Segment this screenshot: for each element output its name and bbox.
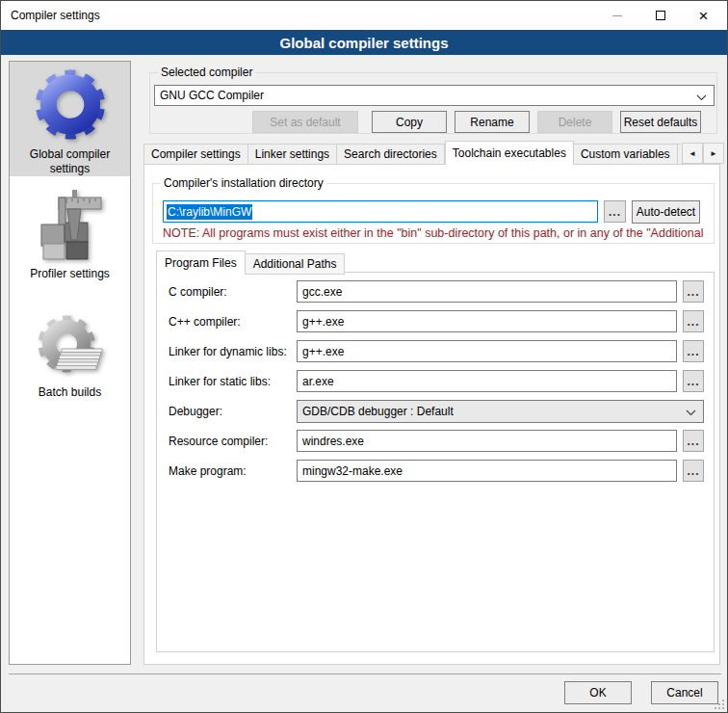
debugger-row: Debugger: GDB/CDB debugger : Default <box>157 400 714 423</box>
cpp-compiler-row: C++ compiler: ... <box>157 310 714 333</box>
title-bar[interactable]: Compiler settings × <box>1 1 727 30</box>
sidebar-item-global-compiler-settings[interactable]: Global compiler settings <box>10 62 130 176</box>
set-as-default-button[interactable]: Set as default <box>252 111 358 133</box>
ellipsis-icon: ... <box>687 435 699 448</box>
close-button[interactable]: × <box>682 1 725 30</box>
c-compiler-row: C compiler: ... <box>157 280 714 304</box>
caption-buttons: × <box>595 1 725 30</box>
static-linker-browse-button[interactable]: ... <box>683 370 704 392</box>
tab-scroll-right-button[interactable]: ► <box>703 143 724 164</box>
button-label: OK <box>589 686 606 700</box>
tab-custom-variables[interactable]: Custom variables <box>574 144 678 165</box>
button-label: Reset defaults <box>624 116 698 129</box>
debugger-select[interactable]: GDB/CDB debugger : Default <box>297 400 704 423</box>
make-program-browse-button[interactable]: ... <box>683 460 704 482</box>
resource-compiler-input[interactable] <box>297 430 677 452</box>
compiler-select-value: GNU GCC Compiler <box>160 89 264 102</box>
maximize-button[interactable] <box>638 1 682 30</box>
tab-label: Custom variables <box>581 147 670 161</box>
ellipsis-icon: ... <box>687 375 699 388</box>
tab-label: Search directories <box>344 147 437 161</box>
c-compiler-browse-button[interactable]: ... <box>683 280 704 303</box>
installation-directory-group: Compiler's installation directory C:\ray… <box>152 183 715 244</box>
dynamic-linker-row: Linker for dynamic libs: ... <box>157 340 714 363</box>
install-dir-input[interactable]: C:\raylib\MinGW <box>163 200 598 223</box>
cpp-compiler-browse-button[interactable]: ... <box>683 310 704 332</box>
tab-toolchain-executables[interactable]: Toolchain executables <box>445 141 574 165</box>
chevron-down-icon <box>686 409 696 416</box>
dynamic-linker-input[interactable] <box>297 340 677 362</box>
tab-label: Program Files <box>165 256 237 270</box>
resize-grip[interactable] <box>714 699 725 710</box>
dynamic-linker-browse-button[interactable]: ... <box>683 340 704 362</box>
tab-scroll-left-button[interactable]: ◄ <box>682 143 703 164</box>
scroll-right-icon: ► <box>710 149 717 158</box>
tab-label: Additional Paths <box>253 257 337 271</box>
bin-note-text: NOTE: All programs must exist either in … <box>163 226 708 240</box>
tab-search-directories[interactable]: Search directories <box>337 144 445 165</box>
copy-button[interactable]: Copy <box>372 111 447 133</box>
sidebar-item-label: Batch builds <box>35 385 105 400</box>
program-files-page: C compiler: ... C++ compiler: ... Linker… <box>156 272 715 652</box>
button-label: Rename <box>470 116 513 129</box>
reset-defaults-button[interactable]: Reset defaults <box>620 111 701 133</box>
auto-detect-button[interactable]: Auto-detect <box>632 200 700 224</box>
button-label: Auto-detect <box>637 205 695 219</box>
ellipsis-icon: ... <box>687 315 699 329</box>
field-label: Linker for static libs: <box>169 375 271 388</box>
install-dir-browse-button[interactable]: ... <box>604 200 626 223</box>
static-linker-input[interactable] <box>297 370 677 392</box>
tab-label: Linker settings <box>255 147 329 161</box>
compiler-select[interactable]: GNU GCC Compiler <box>154 85 715 106</box>
close-icon: × <box>699 8 709 24</box>
sidebar-item-profiler-settings[interactable]: Profiler settings <box>10 186 130 281</box>
tab-build-options[interactable]: Builc <box>678 144 681 165</box>
dialog-banner: Global compiler settings <box>1 30 727 55</box>
chevron-down-icon <box>696 94 707 101</box>
tab-compiler-settings[interactable]: Compiler settings <box>143 144 248 165</box>
field-label: Linker for dynamic libs: <box>169 345 287 358</box>
sidebar-item-batch-builds[interactable]: Batch builds <box>10 308 130 400</box>
compiler-actions: Set as default Copy Rename Delete Reset … <box>252 111 701 133</box>
make-program-input[interactable] <box>297 460 677 482</box>
cpp-compiler-input[interactable] <box>297 310 677 332</box>
resource-compiler-browse-button[interactable]: ... <box>683 430 704 452</box>
gear-blue-icon <box>31 66 110 144</box>
button-label: Delete <box>559 116 592 129</box>
delete-button[interactable]: Delete <box>537 111 612 133</box>
button-label: Copy <box>396 116 423 129</box>
banner-title: Global compiler settings <box>279 35 448 51</box>
tab-label: Compiler settings <box>151 147 241 161</box>
ellipsis-icon: ... <box>687 464 699 478</box>
toolchain-executables-page: Compiler's installation directory C:\ray… <box>143 164 720 665</box>
sidebar-item-label: Global compiler settings <box>10 147 130 176</box>
ellipsis-icon: ... <box>687 345 699 358</box>
debugger-select-value: GDB/CDB debugger : Default <box>302 405 454 418</box>
ellipsis-icon: ... <box>687 285 699 299</box>
field-label: Make program: <box>169 464 247 478</box>
cancel-button[interactable]: Cancel <box>651 681 718 704</box>
resource-compiler-row: Resource compiler: ... <box>157 430 714 453</box>
minimize-button[interactable] <box>595 1 638 30</box>
ellipsis-icon: ... <box>609 205 621 219</box>
field-label: Debugger: <box>169 405 222 418</box>
selected-compiler-group: Selected compiler GNU GCC Compiler Set a… <box>149 72 717 134</box>
ok-button[interactable]: OK <box>564 681 632 704</box>
scroll-left-icon: ◄ <box>689 149 696 158</box>
field-label: C compiler: <box>169 285 227 299</box>
tab-linker-settings[interactable]: Linker settings <box>248 144 337 165</box>
subtab-additional-paths[interactable]: Additional Paths <box>246 253 346 275</box>
maximize-icon <box>656 11 665 20</box>
rename-button[interactable]: Rename <box>455 111 530 133</box>
footer-separator <box>9 673 721 674</box>
field-label: Resource compiler: <box>169 435 268 448</box>
sidebar-item-label: Profiler settings <box>26 267 114 281</box>
button-label: Set as default <box>270 116 340 129</box>
button-label: Cancel <box>666 686 702 700</box>
window-title: Compiler settings <box>11 9 100 22</box>
tab-label: Toolchain executables <box>453 146 566 160</box>
make-program-row: Make program: ... <box>157 460 714 483</box>
subtab-program-files[interactable]: Program Files <box>156 251 246 275</box>
c-compiler-input[interactable] <box>297 280 677 303</box>
compiler-settings-dialog: Compiler settings × Global compiler sett… <box>0 0 728 713</box>
